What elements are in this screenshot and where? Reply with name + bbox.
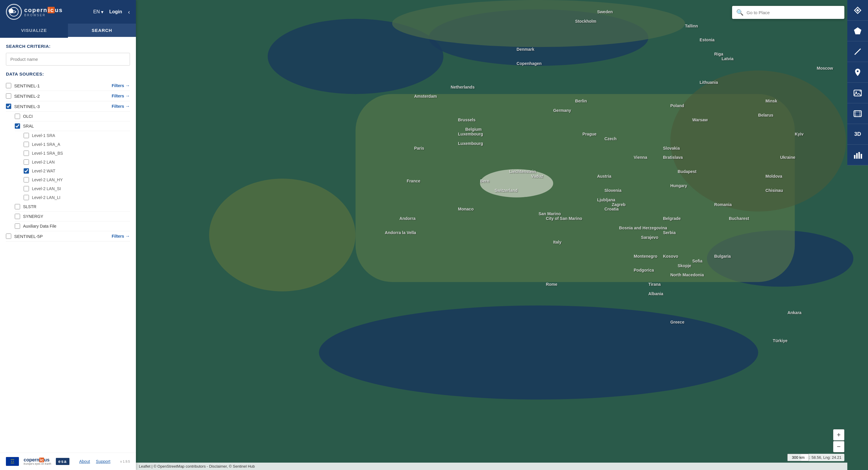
sentinel-5p-checkbox[interactable] — [6, 234, 11, 239]
level2-lan-hy-label: Level-2 LAN_HY — [32, 177, 63, 182]
collapse-sidebar-button[interactable]: ‹ — [128, 8, 130, 15]
esa-logo: esa — [56, 458, 69, 465]
level1-sra-item: Level-1 SRA — [24, 131, 130, 140]
slstr-label: SLSTR — [23, 204, 36, 209]
level1-sra-a-item: Level-1 SRA_A — [24, 140, 130, 149]
sidebar-footer: ★★★ ★ ★ ★★★ copernicus Europe's eyes on … — [0, 452, 136, 470]
olci-label: OLCI — [23, 114, 33, 119]
svg-point-8 — [209, 179, 356, 291]
sentinel-5p-label: SENTINEL-5P — [14, 234, 43, 239]
timelapse-button[interactable] — [847, 103, 868, 124]
level1-sra-bs-item: Level-1 SRA_BS — [24, 149, 130, 158]
svg-rect-28 — [855, 111, 856, 116]
level2-lan-item: Level-2 LAN — [24, 158, 130, 167]
layers-button[interactable] — [847, 0, 868, 21]
nav-tabs: VISUALIZE SEARCH — [0, 24, 136, 38]
auxiliary-checkbox[interactable] — [15, 224, 20, 229]
svg-line-21 — [855, 54, 856, 55]
sral-sub-items: Level-1 SRA Level-1 SRA_A Level-1 SRA_BS… — [24, 131, 130, 202]
level2-lan-hy-checkbox[interactable] — [24, 177, 29, 182]
3d-button[interactable]: 3D — [847, 124, 868, 145]
map-search-input[interactable] — [747, 10, 840, 15]
source-sentinel-2: SENTINEL-2 Filters → — [6, 91, 130, 101]
footer-logos: ★★★ ★ ★ ★★★ copernicus Europe's eyes on … — [6, 457, 69, 466]
chart-button[interactable] — [847, 145, 868, 165]
logo-subtitle: BROWSER — [24, 13, 63, 17]
sub-auxiliary: Auxiliary Data File — [15, 222, 130, 231]
language-selector[interactable]: EN ▾ — [93, 9, 103, 15]
zoom-in-button[interactable]: + — [833, 429, 844, 440]
auxiliary-label: Auxiliary Data File — [23, 224, 56, 229]
logo-name: copernicus — [24, 7, 63, 13]
sral-checkbox[interactable] — [15, 124, 20, 129]
arrow-icon: → — [125, 234, 130, 239]
support-link[interactable]: Support — [96, 459, 111, 464]
sentinel-1-checkbox[interactable] — [6, 83, 11, 88]
synergy-label: SYNERGY — [23, 214, 43, 219]
level1-sra-a-label: Level-1 SRA_A — [32, 142, 60, 147]
slstr-checkbox[interactable] — [15, 204, 20, 209]
zoom-out-button[interactable]: − — [833, 441, 844, 452]
pin-button[interactable] — [847, 62, 868, 83]
measure-button[interactable] — [847, 41, 868, 62]
level2-lan-li-checkbox[interactable] — [24, 195, 29, 200]
sentinel-1-filters[interactable]: Filters → — [112, 83, 130, 88]
level2-lan-label: Level-2 LAN — [32, 160, 55, 164]
svg-rect-29 — [860, 111, 860, 116]
svg-point-5 — [392, 0, 685, 47]
level2-lan-li-label: Level-2 LAN_LI — [32, 195, 61, 200]
sentinel-2-filters[interactable]: Filters → — [112, 93, 130, 99]
chevron-down-icon: ▾ — [101, 9, 103, 15]
eu-flag: ★★★ ★ ★ ★★★ — [6, 457, 19, 466]
product-name-input[interactable] — [6, 53, 130, 66]
zoom-controls: + − — [833, 429, 844, 452]
level1-sra-a-checkbox[interactable] — [24, 142, 29, 147]
version-badge: v 1.9.5 — [120, 460, 130, 463]
sentinel-1-label: SENTINEL-1 — [14, 83, 40, 88]
aoi-button[interactable] — [847, 21, 868, 41]
sentinel-2-checkbox[interactable] — [6, 93, 11, 99]
level2-wat-checkbox[interactable] — [24, 168, 29, 174]
sub-slstr: SLSTR — [15, 202, 130, 212]
level2-lan-si-checkbox[interactable] — [24, 186, 29, 191]
sentinel-3-label: SENTINEL-3 — [14, 104, 40, 109]
svg-line-23 — [858, 50, 859, 52]
sral-label: SRAL — [23, 124, 34, 128]
logo: copernicus BROWSER — [6, 4, 63, 20]
tab-visualize[interactable]: VISUALIZE — [0, 24, 68, 38]
map-area[interactable]: SwedenTallinnStockholmEstoniaLatviaRigaL… — [136, 0, 868, 470]
right-toolbar: 3D — [847, 0, 868, 165]
logo-icon — [6, 4, 22, 20]
image-button[interactable] — [847, 83, 868, 103]
map-search-bar: 🔍 — [732, 6, 844, 19]
svg-rect-31 — [854, 114, 862, 115]
level2-lan-checkbox[interactable] — [24, 160, 29, 165]
sub-sral: SRAL — [15, 121, 130, 131]
svg-line-22 — [856, 52, 857, 53]
sentinel-5p-filters[interactable]: Filters → — [112, 234, 130, 239]
svg-rect-33 — [856, 153, 858, 159]
login-button[interactable]: Login — [109, 9, 122, 14]
about-link[interactable]: About — [79, 459, 90, 464]
level1-sra-checkbox[interactable] — [24, 133, 29, 138]
svg-text:★★★: ★★★ — [11, 462, 14, 464]
level1-sra-bs-checkbox[interactable] — [24, 150, 29, 156]
arrow-icon: → — [125, 104, 130, 109]
synergy-checkbox[interactable] — [15, 214, 20, 219]
search-criteria-heading: SEARCH CRITERIA: — [6, 44, 130, 49]
header-controls: EN ▾ Login ‹ — [93, 8, 130, 15]
level2-wat-label: Level-2 WAT — [32, 169, 55, 173]
search-icon: 🔍 — [736, 9, 744, 16]
svg-point-9 — [670, 71, 846, 212]
sentinel-3-sub-items: OLCI SRAL Level-1 SRA Level-1 SRA_A — [15, 111, 130, 231]
sub-synergy: SYNERGY — [15, 212, 130, 222]
svg-point-3 — [319, 306, 758, 399]
app-header: copernicus BROWSER EN ▾ Login ‹ — [0, 0, 136, 24]
level2-wat-item: Level-2 WAT — [24, 167, 130, 175]
sentinel-3-filters[interactable]: Filters → — [112, 104, 130, 109]
sentinel-3-checkbox[interactable] — [6, 104, 11, 109]
tab-search[interactable]: SEARCH — [68, 24, 136, 38]
olci-checkbox[interactable] — [15, 114, 20, 119]
svg-point-10 — [9, 7, 18, 16]
level2-lan-hy-item: Level-2 LAN_HY — [24, 175, 130, 184]
